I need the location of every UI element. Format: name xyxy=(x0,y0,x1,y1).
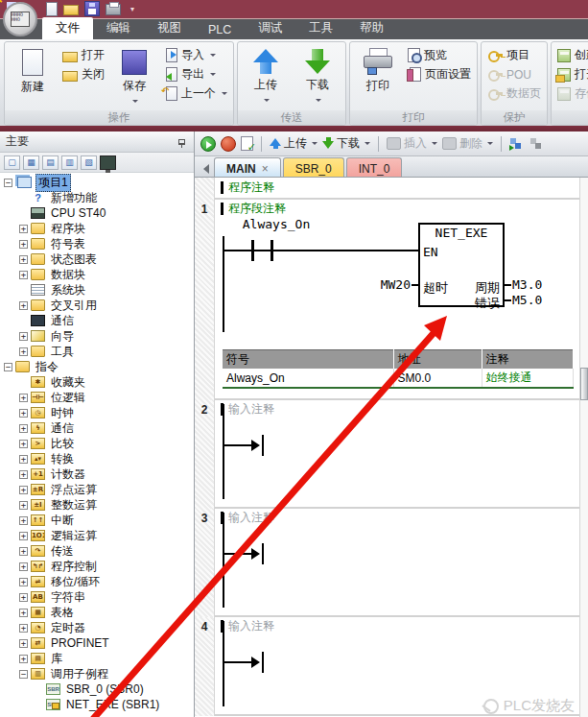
项目-button[interactable]: 项目 xyxy=(484,46,544,64)
expand-icon[interactable]: + xyxy=(19,394,28,402)
tree-item-逻辑运算[interactable]: +1O1逻辑运算 xyxy=(0,528,194,543)
open-file-icon[interactable] xyxy=(63,5,79,15)
data-block-view-icon[interactable]: ▥ xyxy=(61,155,78,170)
collapse-icon[interactable]: − xyxy=(19,670,28,679)
tree-item-转换[interactable]: +▴▾转换 xyxy=(0,451,194,466)
tree-item-项目1[interactable]: −项目1 xyxy=(0,175,194,190)
network-comment[interactable]: 输入注释 xyxy=(228,510,274,526)
预览-button[interactable]: 预览 xyxy=(405,46,474,64)
tree-item-时钟[interactable]: +◷时钟 xyxy=(0,405,194,420)
打开-button[interactable]: 打开 xyxy=(59,46,107,64)
ladder-rung[interactable]: Always_On NET_EXE EN 超时 周期 错误 xyxy=(215,217,588,344)
tree-item-通信[interactable]: +ϟ通信 xyxy=(0,420,194,436)
expand-icon[interactable]: + xyxy=(19,593,28,602)
上一个-button[interactable]: 上一个 xyxy=(161,84,230,103)
new-file-icon[interactable] xyxy=(46,2,58,16)
expand-icon[interactable]: + xyxy=(19,424,28,433)
expand-icon[interactable]: + xyxy=(19,624,28,633)
tree-item-交叉引用[interactable]: +交叉引用 xyxy=(0,298,194,313)
network-comment[interactable]: 输入注释 xyxy=(228,618,274,634)
expand-icon[interactable]: + xyxy=(19,578,28,586)
tree-item-工具[interactable]: +工具 xyxy=(0,344,194,359)
ladder-editor-canvas[interactable]: 程序注释 1 程序段注释 Always_On xyxy=(195,178,588,717)
program-comment[interactable]: 程序注释 xyxy=(228,179,274,196)
cycle-operand[interactable]: M3.0 xyxy=(512,277,542,292)
tree-item-位逻辑[interactable]: +⊣⊢位逻辑 xyxy=(0,390,194,405)
tree-item-NET_EXE (SBR1)[interactable]: SBRNET_EXE (SBR1) xyxy=(0,697,194,712)
tree-item-通信[interactable]: 通信 xyxy=(0,313,194,328)
tree-item-库[interactable]: +▤库 xyxy=(0,651,194,666)
tree-item-中断[interactable]: +↑↑中断 xyxy=(0,513,194,528)
创建-button[interactable]: 创建 xyxy=(554,46,588,64)
expand-icon[interactable]: + xyxy=(19,301,28,310)
project-view-icon[interactable]: ▢ xyxy=(4,155,20,170)
tree-item-定时器[interactable]: +◔定时器 xyxy=(0,620,194,635)
download-button[interactable]: 下载 xyxy=(322,135,370,152)
expand-icon[interactable]: + xyxy=(19,501,28,510)
network-comment[interactable]: 程序段注释 xyxy=(228,201,286,217)
tree-item-符号表[interactable]: +符号表 xyxy=(0,236,194,251)
menu-tab-调试[interactable]: 调试 xyxy=(245,17,295,39)
expand-icon[interactable]: + xyxy=(19,639,28,648)
tree-item-CPU ST40[interactable]: CPU ST40 xyxy=(0,205,194,221)
vertical-scrollbar[interactable] xyxy=(579,178,588,717)
tree-item-浮点运算[interactable]: +±R浮点运算 xyxy=(0,482,194,497)
expand-icon[interactable]: + xyxy=(19,255,28,264)
tree-item-新增功能[interactable]: ?新增功能 xyxy=(0,190,194,205)
menu-tab-文件[interactable]: 文件 xyxy=(42,17,93,39)
expand-icon[interactable]: + xyxy=(19,562,28,571)
program-status-on-icon[interactable] xyxy=(509,137,525,151)
tab-INT_0[interactable]: INT_0 xyxy=(346,157,403,177)
expand-icon[interactable]: + xyxy=(19,347,28,356)
expand-icon[interactable]: + xyxy=(19,470,28,479)
tab-scroll-left-icon[interactable] xyxy=(197,161,210,177)
expand-icon[interactable]: + xyxy=(19,532,28,540)
pin-icon[interactable] xyxy=(178,139,185,145)
打开文件夹-button[interactable]: 打开文件夹 xyxy=(554,65,588,84)
network-comment[interactable]: 输入注释 xyxy=(228,401,274,418)
保存-button[interactable]: 保存 xyxy=(109,44,159,108)
tree-item-调用子例程[interactable]: −▥调用子例程 xyxy=(0,666,194,681)
导出-button[interactable]: 导出 xyxy=(161,65,230,84)
expand-icon[interactable]: + xyxy=(19,547,28,556)
页面设置-button[interactable]: 页面设置 xyxy=(405,65,474,84)
下载-button[interactable]: 下载 xyxy=(293,44,342,108)
tree-item-程序块[interactable]: +程序块 xyxy=(0,221,194,236)
expand-icon[interactable]: + xyxy=(19,409,28,418)
tree-item-传送[interactable]: +↷传送 xyxy=(0,543,194,559)
tree-item-字符串[interactable]: +AB字符串 xyxy=(0,589,194,605)
expand-icon[interactable]: + xyxy=(19,440,28,448)
tree-item-表格[interactable]: +▦表格 xyxy=(0,605,194,620)
compile-icon[interactable] xyxy=(241,136,253,151)
tree-item-SBR_0 (SBR0)[interactable]: SBRSBR_0 (SBR0) xyxy=(0,681,194,697)
save-icon[interactable] xyxy=(84,1,100,16)
打印-button[interactable]: 打印 xyxy=(353,44,403,108)
expand-icon[interactable]: + xyxy=(19,332,28,341)
menu-tab-视图[interactable]: 视图 xyxy=(144,17,195,39)
menu-tab-编辑[interactable]: 编辑 xyxy=(93,17,144,39)
tab-MAIN[interactable]: MAIN× xyxy=(214,157,281,177)
cross-reference-view-icon[interactable]: ▧ xyxy=(81,155,97,170)
expand-icon[interactable]: + xyxy=(19,271,28,279)
expand-icon[interactable]: + xyxy=(19,655,28,663)
tree-item-状态图表[interactable]: +状态图表 xyxy=(0,251,194,267)
menu-tab-PLC[interactable]: PLC xyxy=(195,20,245,39)
app-menu-button[interactable]: HHHOHHO xyxy=(3,2,37,36)
menu-tab-工具[interactable]: 工具 xyxy=(295,17,346,39)
symbol-table-row[interactable]: Always_On SM0.0 始终接通 xyxy=(223,369,574,388)
tab-SBR_0[interactable]: SBR_0 xyxy=(283,157,344,177)
tree-item-比较[interactable]: +>比较 xyxy=(0,436,194,451)
menu-tab-帮助[interactable]: 帮助 xyxy=(346,17,397,39)
新建-button[interactable]: 新建 xyxy=(8,44,58,108)
toolbar-options-caret-icon[interactable]: ▾ xyxy=(130,5,134,13)
expand-icon[interactable]: + xyxy=(19,225,28,233)
expand-icon[interactable]: + xyxy=(19,486,28,494)
expand-icon[interactable]: + xyxy=(19,240,28,249)
expand-icon[interactable]: + xyxy=(19,516,28,525)
关闭-button[interactable]: 关闭 xyxy=(59,65,107,84)
function-block-net-exe[interactable]: NET_EXE EN 超时 周期 错误 xyxy=(418,223,505,307)
vertical-scrollbar-thumb[interactable] xyxy=(580,368,588,400)
collapse-icon[interactable]: − xyxy=(4,179,12,187)
run-icon[interactable] xyxy=(200,136,216,152)
上传-button[interactable]: 上传 xyxy=(241,44,291,108)
